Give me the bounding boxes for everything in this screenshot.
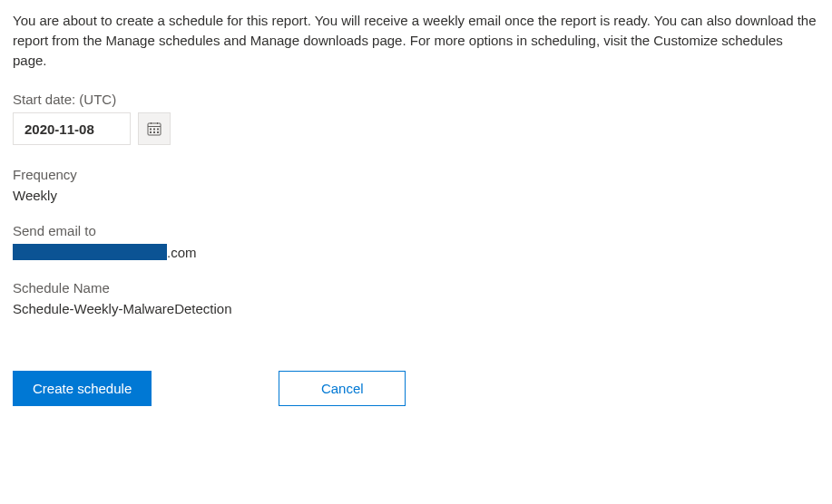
email-suffix: .com [167,245,197,260]
frequency-label: Frequency [13,167,819,182]
create-schedule-button[interactable]: Create schedule [13,371,152,406]
send-email-value: .com [13,244,819,260]
schedule-name-value: Schedule-Weekly-MalwareDetection [13,301,819,316]
svg-rect-4 [150,129,152,131]
frequency-value: Weekly [13,188,819,203]
intro-text: You are about to create a schedule for t… [13,11,819,70]
cancel-button[interactable]: Cancel [279,371,406,406]
date-picker-button[interactable] [138,112,171,145]
start-date-label: Start date: (UTC) [13,92,819,107]
svg-rect-6 [157,129,159,131]
svg-rect-7 [150,131,152,133]
svg-rect-9 [157,131,159,133]
svg-rect-8 [153,131,155,133]
calendar-icon [147,121,162,136]
schedule-name-label: Schedule Name [13,280,819,296]
redacted-email [13,244,167,260]
send-email-label: Send email to [13,223,819,238]
svg-rect-5 [153,129,155,131]
start-date-input[interactable] [13,112,131,145]
